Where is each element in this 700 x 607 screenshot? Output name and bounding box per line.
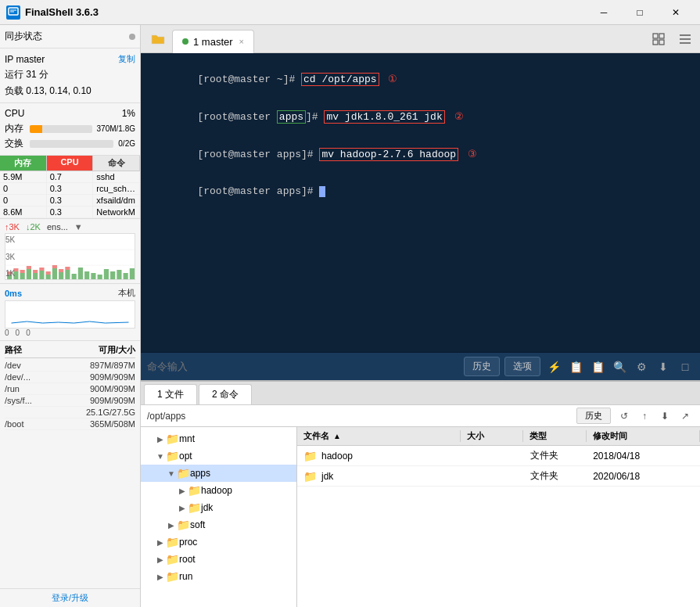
svg-rect-32 (52, 265, 57, 268)
tree-item-soft[interactable]: ▶ 📁 soft (141, 516, 296, 533)
col-size[interactable]: 大小 (461, 430, 524, 442)
tree-label-root: root (179, 554, 196, 565)
copy-button[interactable]: 复制 (118, 53, 135, 65)
folder-icon-run: 📁 (166, 570, 179, 583)
resources-section: CPU 1% 内存 370M/1.8G 交换 0/2G (0, 103, 140, 156)
right-panel: 1 master × (141, 25, 700, 607)
minimize-button[interactable]: ─ (586, 0, 622, 25)
options-button[interactable]: 选项 (504, 357, 540, 376)
svg-rect-19 (98, 275, 102, 279)
latency-section: 0ms 本机 0 0 0 (0, 284, 140, 341)
latency-local: 本机 (118, 287, 135, 299)
svg-rect-13 (59, 272, 63, 279)
search-icon[interactable]: 🔍 (611, 358, 628, 375)
col-type[interactable]: 类型 (523, 430, 587, 442)
svg-rect-24 (130, 268, 135, 279)
fullscreen-icon[interactable]: □ (677, 358, 694, 375)
col-time[interactable]: 修改时间 (587, 430, 700, 442)
download-path-icon[interactable]: ⬇ (656, 408, 673, 425)
path-history-button[interactable]: 历史 (576, 408, 611, 424)
col-filename[interactable]: 文件名 ▲ (297, 430, 461, 442)
disk-row: /dev 897M/897M (5, 360, 135, 372)
svg-rect-33 (59, 269, 63, 272)
process-table: 内存 CPU 命令 5.9M 0.7 sshd 0 0.3 rcu_sched … (0, 156, 140, 219)
terminal[interactable]: [root@master ~]# cd /opt/apps ① [root@ma… (141, 53, 700, 352)
tree-item-root[interactable]: ▶ 📁 root (141, 551, 296, 568)
settings-icon[interactable]: ⚙ (633, 358, 650, 375)
tab-grid-button[interactable] (647, 27, 670, 51)
tree-item-proc[interactable]: ▶ 📁 proc (141, 533, 296, 551)
net-graph: 5K 3K 1K (5, 233, 135, 280)
disk-row: /run 900M/909M (5, 383, 135, 395)
file-folder-icon-jdk: 📁 (303, 470, 317, 483)
upload-path-icon[interactable]: ↗ (677, 408, 694, 425)
command-input[interactable] (147, 361, 459, 372)
up-icon[interactable]: ↑ (636, 408, 653, 425)
tree-arrow-hadoop: ▶ (177, 487, 188, 495)
tab-master[interactable]: 1 master × (172, 30, 254, 53)
tree-label-opt: opt (179, 451, 192, 462)
net-labels: ↑3K ↓2K ens... ▼ (5, 222, 135, 232)
lightning-icon[interactable]: ⚡ (545, 358, 562, 375)
download-icon[interactable]: ⬇ (655, 358, 672, 375)
latency-graph (5, 300, 135, 329)
mem-label: 内存 (5, 122, 27, 135)
bottom-tab-commands[interactable]: 2 命令 (199, 384, 252, 404)
tree-item-jdk[interactable]: ▶ 📁 jdk (141, 499, 296, 516)
tab-menu-button[interactable] (673, 27, 697, 51)
ip-section: IP master 复制 运行 31 分 负载 0.13, 0.14, 0.10 (0, 48, 140, 103)
tree-item-apps[interactable]: ▼ 📁 apps (141, 465, 296, 482)
net-y-axis: 5K 3K 1K (5, 234, 27, 279)
folder-button[interactable] (144, 25, 172, 53)
tree-item-mnt[interactable]: ▶ 📁 mnt (141, 430, 296, 447)
copy-icon-1[interactable]: 📋 (567, 358, 584, 375)
svg-rect-30 (39, 268, 44, 271)
process-row: 0 0.3 rcu_sched (0, 183, 140, 195)
terminal-line-1: [root@master ~]# cd /opt/apps ① (149, 61, 692, 97)
bottom-tab-files[interactable]: 1 文件 (144, 384, 197, 404)
net-chevron-icon[interactable]: ▼ (74, 222, 83, 232)
terminal-line-2: [root@master apps]# mv jdk1.8.0_261 jdk … (149, 99, 692, 135)
terminal-line-3: [root@master apps]# mv hadoop-2.7.6 hado… (149, 136, 692, 172)
file-row-hadoop[interactable]: 📁 hadoop 文件夹 2018/04/18 (297, 446, 700, 466)
copy-icon-2[interactable]: 📋 (589, 358, 606, 375)
file-tree: ▶ 📁 mnt ▼ 📁 opt ▼ (141, 427, 297, 607)
path-icon-bar: ↺ ↑ ⬇ ↗ (616, 408, 694, 425)
folder-icon-proc: 📁 (166, 536, 179, 548)
tree-label-apps: apps (190, 468, 210, 479)
tree-item-run[interactable]: ▶ 📁 run (141, 568, 296, 585)
sync-dot (129, 34, 135, 40)
latency-numbers: 0 0 0 (5, 329, 135, 337)
svg-rect-31 (46, 271, 51, 275)
svg-rect-16 (78, 268, 83, 279)
history-button[interactable]: 历史 (464, 357, 500, 376)
tree-item-opt[interactable]: ▼ 📁 opt (141, 447, 296, 465)
cmd-icon-bar: ⚡ 📋 📋 🔍 ⚙ ⬇ □ (545, 358, 694, 375)
svg-rect-20 (104, 269, 109, 279)
app-logo (6, 5, 20, 20)
col-cpu: CPU (47, 156, 94, 171)
disk-col-path: 路径 (5, 344, 48, 356)
tree-item-hadoop[interactable]: ▶ 📁 hadoop (141, 482, 296, 499)
bottom-panel: 1 文件 2 命令 /opt/apps 历史 ↺ ↑ ⬇ ↗ (141, 380, 700, 607)
login-bar: 登录/升级 (0, 588, 140, 607)
svg-rect-38 (659, 40, 664, 45)
refresh-icon[interactable]: ↺ (616, 408, 633, 425)
mem-bar-fill (30, 125, 42, 133)
sync-label: 同步状态 (5, 30, 42, 43)
running-time: 运行 31 分 (5, 68, 48, 81)
tree-arrow-mnt: ▶ (155, 435, 166, 444)
close-button[interactable]: ✕ (658, 0, 694, 25)
tree-arrow-soft: ▶ (166, 521, 177, 530)
main-layout: 同步状态 IP master 复制 运行 31 分 负载 0.13, 0.14,… (0, 25, 700, 607)
file-row-jdk[interactable]: 📁 jdk 文件夹 2020/06/18 (297, 466, 700, 487)
svg-rect-9 (33, 273, 38, 279)
maximize-button[interactable]: □ (622, 0, 658, 25)
tab-close-button[interactable]: × (239, 37, 244, 46)
svg-rect-22 (117, 270, 121, 279)
bottom-content: /opt/apps 历史 ↺ ↑ ⬇ ↗ ▶ (141, 405, 700, 607)
disk-row: /sys/f... 909M/909M (5, 395, 135, 407)
login-upgrade-link[interactable]: 登录/升级 (52, 593, 88, 602)
bottom-tab-bar: 1 文件 2 命令 (141, 382, 700, 405)
cpu-value: 1% (122, 108, 135, 119)
